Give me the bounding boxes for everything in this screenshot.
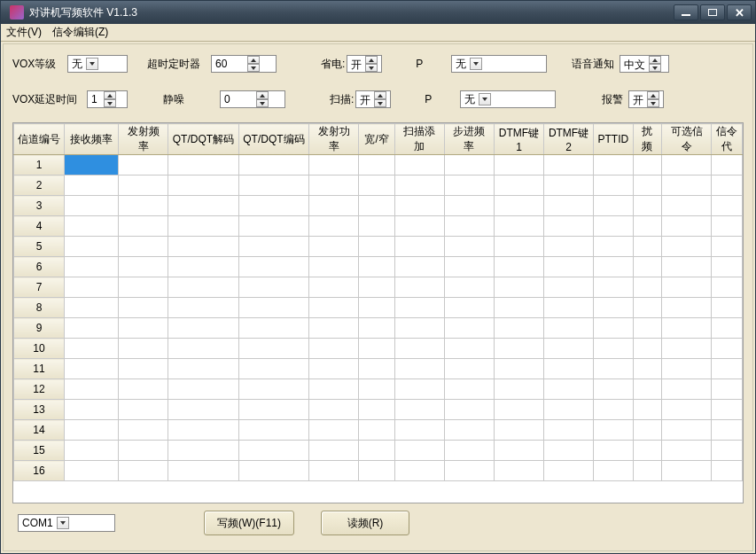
- table-cell[interactable]: [168, 461, 238, 481]
- row-header[interactable]: 15: [14, 441, 65, 461]
- row-header[interactable]: 3: [14, 196, 65, 216]
- column-header[interactable]: 信道编号: [14, 124, 65, 155]
- table-cell[interactable]: [633, 277, 662, 298]
- table-cell[interactable]: [238, 318, 308, 339]
- table-cell[interactable]: [238, 257, 308, 277]
- table-cell[interactable]: [119, 196, 168, 216]
- close-button[interactable]: ✕: [727, 4, 752, 20]
- table-cell[interactable]: [662, 196, 712, 216]
- table-cell[interactable]: [119, 339, 168, 359]
- column-header[interactable]: 步进频率: [444, 124, 494, 155]
- table-cell[interactable]: [238, 359, 308, 379]
- table-cell[interactable]: [495, 155, 544, 176]
- table-cell[interactable]: [119, 461, 168, 481]
- table-cell[interactable]: [495, 196, 544, 216]
- table-cell[interactable]: [633, 379, 662, 400]
- table-cell[interactable]: [359, 441, 395, 461]
- table-cell[interactable]: [119, 400, 168, 420]
- table-cell[interactable]: [495, 176, 544, 196]
- table-cell[interactable]: [119, 420, 168, 441]
- table-cell[interactable]: [394, 216, 444, 237]
- squelch-spinner[interactable]: 0: [220, 90, 285, 108]
- table-cell[interactable]: [544, 176, 594, 196]
- table-cell[interactable]: [594, 155, 634, 176]
- table-cell[interactable]: [633, 318, 662, 339]
- table-cell[interactable]: [633, 216, 662, 237]
- maximize-button[interactable]: [700, 4, 725, 20]
- alarm-spinner[interactable]: 开: [628, 90, 664, 108]
- p1-combo[interactable]: 无: [451, 55, 547, 73]
- table-cell[interactable]: [238, 339, 308, 359]
- table-cell[interactable]: [495, 257, 544, 277]
- com-port-combo[interactable]: COM1: [18, 514, 115, 532]
- table-cell[interactable]: [359, 339, 395, 359]
- table-cell[interactable]: [444, 277, 494, 298]
- table-cell[interactable]: [309, 420, 359, 441]
- table-cell[interactable]: [495, 216, 544, 237]
- row-header[interactable]: 10: [14, 339, 65, 359]
- table-cell[interactable]: [309, 461, 359, 481]
- table-cell[interactable]: [594, 277, 634, 298]
- table-cell[interactable]: [662, 318, 712, 339]
- table-cell[interactable]: [633, 196, 662, 216]
- power-save-spinner[interactable]: 开: [347, 55, 382, 73]
- table-cell[interactable]: [712, 298, 743, 318]
- table-cell[interactable]: [594, 379, 634, 400]
- row-header[interactable]: 13: [14, 400, 65, 420]
- table-cell[interactable]: [712, 420, 743, 441]
- table-cell[interactable]: [394, 155, 444, 176]
- table-cell[interactable]: [238, 196, 308, 216]
- table-cell[interactable]: [359, 400, 395, 420]
- table-cell[interactable]: [444, 379, 494, 400]
- table-cell[interactable]: [394, 379, 444, 400]
- table-cell[interactable]: [394, 359, 444, 379]
- table-cell[interactable]: [544, 420, 594, 441]
- table-cell[interactable]: [238, 461, 308, 481]
- table-cell[interactable]: [633, 237, 662, 257]
- table-cell[interactable]: [662, 176, 712, 196]
- spinner-up-icon[interactable]: [365, 56, 378, 64]
- row-header[interactable]: 1: [14, 155, 65, 176]
- table-cell[interactable]: [495, 441, 544, 461]
- vox-delay-spinner[interactable]: 1: [87, 90, 128, 108]
- table-cell[interactable]: [544, 441, 594, 461]
- table-cell[interactable]: [633, 155, 662, 176]
- table-cell[interactable]: [168, 318, 238, 339]
- table-cell[interactable]: [119, 318, 168, 339]
- table-cell[interactable]: [309, 339, 359, 359]
- table-cell[interactable]: [359, 237, 395, 257]
- timeout-spinner[interactable]: 60: [211, 55, 277, 73]
- table-cell[interactable]: [444, 400, 494, 420]
- table-cell[interactable]: [633, 400, 662, 420]
- table-cell[interactable]: [65, 155, 119, 176]
- table-cell[interactable]: [544, 196, 594, 216]
- table-cell[interactable]: [712, 400, 743, 420]
- table-cell[interactable]: [633, 420, 662, 441]
- table-cell[interactable]: [119, 176, 168, 196]
- voice-prompt-spinner[interactable]: 中文: [620, 55, 669, 73]
- spinner-up-icon[interactable]: [256, 91, 269, 99]
- spinner-up-icon[interactable]: [647, 91, 659, 99]
- table-cell[interactable]: [444, 461, 494, 481]
- table-cell[interactable]: [359, 216, 395, 237]
- table-cell[interactable]: [65, 196, 119, 216]
- table-cell[interactable]: [119, 216, 168, 237]
- table-cell[interactable]: [544, 277, 594, 298]
- table-cell[interactable]: [309, 216, 359, 237]
- column-header[interactable]: QT/DQT解码: [168, 124, 238, 155]
- row-header[interactable]: 8: [14, 298, 65, 318]
- row-header[interactable]: 6: [14, 257, 65, 277]
- row-header[interactable]: 2: [14, 176, 65, 196]
- spinner-down-icon[interactable]: [649, 64, 661, 72]
- column-header[interactable]: PTTID: [594, 124, 634, 155]
- table-cell[interactable]: [394, 257, 444, 277]
- table-cell[interactable]: [309, 237, 359, 257]
- table-cell[interactable]: [444, 176, 494, 196]
- spinner-up-icon[interactable]: [247, 56, 260, 64]
- row-header[interactable]: 16: [14, 461, 65, 481]
- table-cell[interactable]: [544, 257, 594, 277]
- table-cell[interactable]: [544, 359, 594, 379]
- table-cell[interactable]: [359, 277, 395, 298]
- row-header[interactable]: 14: [14, 420, 65, 441]
- spinner-down-icon[interactable]: [647, 99, 659, 107]
